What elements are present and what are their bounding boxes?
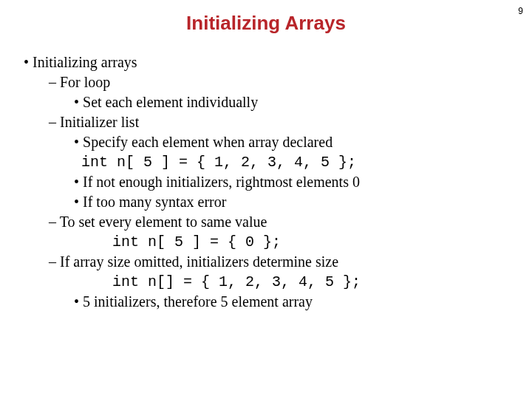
slide-title: Initializing Arrays [0,12,532,35]
bullet-size-omitted-text: If array size omitted, initializers dete… [60,253,338,270]
code-size-omitted: int n[] = { 1, 2, 3, 4, 5 }; [49,272,517,292]
bullet-main: Initializing arrays For loop Set each el… [24,52,517,312]
bullet-set-each: Set each element individually [74,92,517,112]
slide-content: Initializing arrays For loop Set each el… [0,52,532,312]
bullet-for-loop-text: For loop [60,74,110,90]
code-init-list: int n[ 5 ] = { 1, 2, 3, 4, 5 }; [49,152,517,172]
bullet-too-many: If too many syntax error [74,192,517,212]
bullet-specify-each-text: Specify each element when array declared [83,134,332,150]
bullet-5-init: 5 initializers, therefore 5 element arra… [74,292,517,312]
bullet-init-list: Initializer list Specify each element wh… [49,112,517,212]
bullet-main-text: Initializing arrays [33,54,137,70]
bullet-5-init-text: 5 initializers, therefore 5 element arra… [83,293,313,310]
bullet-specify-each: Specify each element when array declared [74,132,517,152]
bullet-for-loop: For loop Set each element individually [49,72,517,112]
bullet-init-list-text: Initializer list [60,114,139,130]
bullet-not-enough: If not enough initializers, rightmost el… [74,172,517,192]
bullet-set-each-text: Set each element individually [83,94,258,110]
bullet-not-enough-text: If not enough initializers, rightmost el… [83,174,360,190]
code-same-value: int n[ 5 ] = { 0 }; [49,232,517,252]
bullet-same-value-text: To set every element to same value [60,214,267,230]
page-number: 9 [518,6,523,16]
bullet-too-many-text: If too many syntax error [83,194,226,210]
bullet-same-value: To set every element to same value int n… [49,212,517,252]
bullet-size-omitted: If array size omitted, initializers dete… [49,252,517,312]
